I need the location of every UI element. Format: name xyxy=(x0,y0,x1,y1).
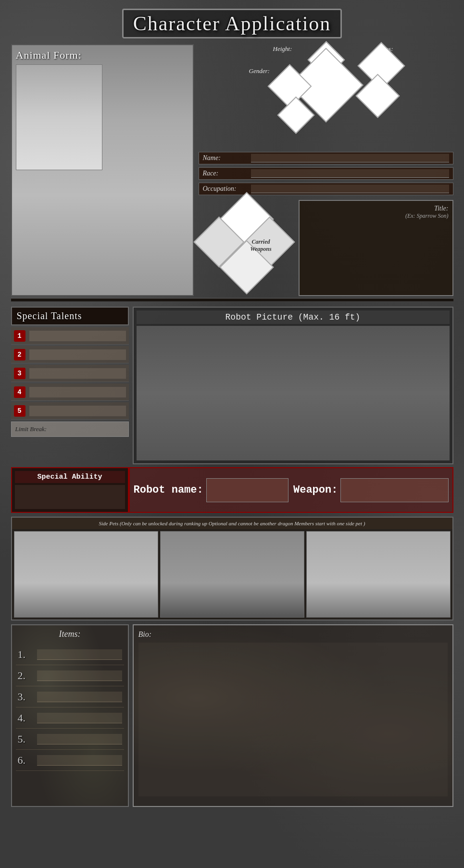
title-box-sublabel: (Ex: Sparrow Son) xyxy=(405,212,449,220)
robot-picture-box: Robot Picture (Max. 16 ft) xyxy=(133,307,453,464)
robot-name-label: Robot name: xyxy=(134,484,203,496)
robot-name-input[interactable] xyxy=(206,478,288,502)
bottom-section: Items: 1. 2. 3. 4. 5. xyxy=(11,624,453,807)
title-box: Title: (Ex: Sparrow Son) xyxy=(299,200,453,296)
item-row-5[interactable]: 5. xyxy=(16,729,124,750)
bio-input[interactable] xyxy=(138,643,448,796)
items-label: Items: xyxy=(16,629,124,639)
item-input-3[interactable] xyxy=(37,692,122,702)
item-number-1: 1. xyxy=(18,648,37,661)
side-pets-header: Side Pets (Only can be unlocked during r… xyxy=(12,518,452,529)
limit-break-label: Limit Break: xyxy=(15,425,47,433)
item-number-2: 2. xyxy=(18,670,37,682)
pet-box-2 xyxy=(160,531,304,618)
talents-column: Special Talents 1 2 3 4 5 xyxy=(11,307,129,464)
item-row-6[interactable]: 6. xyxy=(16,750,124,771)
side-pets-section: Side Pets (Only can be unlocked during r… xyxy=(11,517,453,620)
race-row[interactable]: Race: xyxy=(199,167,453,180)
talent-number-5: 5 xyxy=(14,405,25,417)
title-box-label: Title: xyxy=(434,205,449,212)
diamond-container: Height: Class: Gender: Age: xyxy=(244,44,408,150)
occupation-input[interactable] xyxy=(251,185,449,193)
item-number-6: 6. xyxy=(18,754,37,767)
height-label: Height: xyxy=(273,45,292,53)
pet-box-1 xyxy=(14,531,158,618)
stats-column: Height: Class: Gender: Age: Name: xyxy=(199,44,453,296)
weapons-diamond-area: Carried Weapons xyxy=(199,200,295,296)
weapons-label: Carried Weapons xyxy=(247,238,276,253)
name-input[interactable] xyxy=(251,154,449,162)
item-number-3: 3. xyxy=(18,691,37,703)
robot-column: Robot Picture (Max. 16 ft) xyxy=(133,307,453,464)
special-ability-label: Special Ability xyxy=(15,471,125,483)
talent-input-4[interactable] xyxy=(29,387,126,397)
item-row-3[interactable]: 3. xyxy=(16,686,124,707)
section-separator-1 xyxy=(11,298,453,302)
bio-column: Bio: xyxy=(133,624,453,807)
special-ability-input[interactable] xyxy=(15,485,125,509)
item-input-6[interactable] xyxy=(37,755,122,766)
talent-item-4[interactable]: 4 xyxy=(11,384,129,401)
item-input-5[interactable] xyxy=(37,734,122,744)
lower-right-area: Carried Weapons Title: (Ex: Sparrow Son) xyxy=(199,200,453,296)
name-row[interactable]: Name: xyxy=(199,152,453,164)
robot-name-field[interactable]: Robot name: xyxy=(134,478,289,502)
page-title: Character Application xyxy=(122,9,342,38)
talent-item-5[interactable]: 5 xyxy=(11,402,129,420)
item-number-5: 5. xyxy=(18,733,37,745)
robot-name-weapon-bar: Robot name: Weapon: xyxy=(129,467,453,513)
name-label: Name: xyxy=(203,154,251,162)
item-input-4[interactable] xyxy=(37,713,122,723)
animal-form-box: Animal Form: xyxy=(11,44,194,296)
race-label: Race: xyxy=(203,170,251,177)
character-image-area: Height: Class: Gender: Age: xyxy=(199,44,453,150)
special-talents-header: Special Talents xyxy=(11,307,129,325)
item-input-1[interactable] xyxy=(37,649,122,660)
talent-item-3[interactable]: 3 xyxy=(11,365,129,382)
middle-section: Special Talents 1 2 3 4 5 xyxy=(11,307,453,464)
talent-input-2[interactable] xyxy=(29,349,126,360)
items-box: Items: 1. 2. 3. 4. 5. xyxy=(11,624,129,807)
robot-picture-header: Robot Picture (Max. 16 ft) xyxy=(137,310,450,324)
pet-box-3 xyxy=(306,531,451,618)
weapon-field[interactable]: Weapon: xyxy=(293,478,449,502)
portrait-diamond-right-bottom xyxy=(355,74,400,118)
item-number-4: 4. xyxy=(18,712,37,724)
bottom-mid-section: Special Ability Robot name: Weapon: xyxy=(11,467,453,513)
talent-number-3: 3 xyxy=(14,368,25,379)
talent-input-5[interactable] xyxy=(29,406,126,416)
talent-item-1[interactable]: 1 xyxy=(11,327,129,345)
talent-number-1: 1 xyxy=(14,330,25,342)
talent-number-4: 4 xyxy=(14,386,25,398)
items-column: Items: 1. 2. 3. 4. 5. xyxy=(11,624,129,807)
talent-number-2: 2 xyxy=(14,349,25,360)
pets-grid xyxy=(12,529,452,620)
bio-box: Bio: xyxy=(133,624,453,807)
talent-input-1[interactable] xyxy=(29,331,126,341)
talent-input-3[interactable] xyxy=(29,368,126,379)
bio-label: Bio: xyxy=(138,630,448,639)
occupation-row[interactable]: Occupation: xyxy=(199,183,453,195)
robot-picture-area xyxy=(137,326,450,460)
top-section: Animal Form: Height: Class: Gender: Age: xyxy=(11,44,453,296)
item-row-2[interactable]: 2. xyxy=(16,665,124,686)
weapon-label: Weapon: xyxy=(293,484,338,496)
item-row-4[interactable]: 4. xyxy=(16,707,124,729)
item-input-2[interactable] xyxy=(37,670,122,681)
special-ability-box: Special Ability xyxy=(11,467,129,513)
animal-form-image-area xyxy=(16,64,102,170)
limit-break-box[interactable]: Limit Break: xyxy=(11,422,129,437)
title-bar: Character Application xyxy=(11,5,453,40)
animal-form-label: Animal Form: xyxy=(16,49,189,62)
weapon-input[interactable] xyxy=(340,478,448,502)
talent-item-2[interactable]: 2 xyxy=(11,346,129,363)
race-input[interactable] xyxy=(251,169,449,178)
occupation-label: Occupation: xyxy=(203,185,251,193)
item-row-1[interactable]: 1. xyxy=(16,644,124,665)
gender-label: Gender: xyxy=(249,67,270,75)
